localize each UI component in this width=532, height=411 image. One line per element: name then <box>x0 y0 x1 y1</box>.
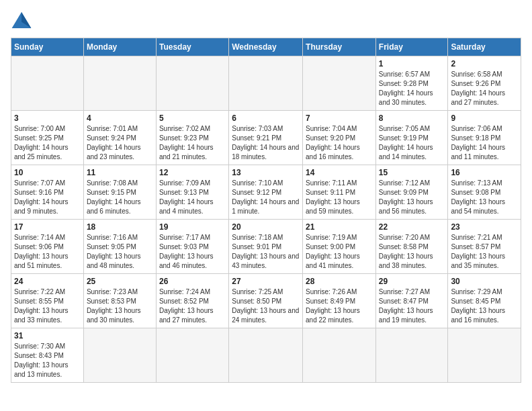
calendar-day-cell: 14Sunrise: 7:11 AM Sunset: 9:11 PM Dayli… <box>303 165 376 220</box>
day-info: Sunrise: 7:23 AM Sunset: 8:53 PM Dayligh… <box>87 287 153 325</box>
day-info: Sunrise: 7:29 AM Sunset: 8:45 PM Dayligh… <box>451 287 518 325</box>
day-number: 5 <box>159 113 226 123</box>
day-info: Sunrise: 6:58 AM Sunset: 9:26 PM Dayligh… <box>451 70 518 107</box>
calendar-table: SundayMondayTuesdayWednesdayThursdayFrid… <box>11 38 521 383</box>
calendar-day-cell: 4Sunrise: 7:01 AM Sunset: 9:24 PM Daylig… <box>83 111 156 165</box>
day-number: 10 <box>14 168 81 177</box>
day-info: Sunrise: 7:02 AM Sunset: 9:23 PM Dayligh… <box>159 124 226 162</box>
day-number: 23 <box>451 222 518 232</box>
weekday-header-row: SundayMondayTuesdayWednesdayThursdayFrid… <box>11 38 521 56</box>
calendar-day-cell: 11Sunrise: 7:08 AM Sunset: 9:15 PM Dayli… <box>83 165 156 220</box>
calendar-day-cell: 13Sunrise: 7:10 AM Sunset: 9:12 PM Dayli… <box>229 165 303 220</box>
day-number: 2 <box>451 59 518 68</box>
day-number: 24 <box>14 277 81 286</box>
calendar-day-cell: 25Sunrise: 7:23 AM Sunset: 8:53 PM Dayli… <box>83 274 156 328</box>
day-number: 9 <box>451 113 518 123</box>
calendar-week-row: 24Sunrise: 7:22 AM Sunset: 8:55 PM Dayli… <box>11 274 521 328</box>
day-number: 30 <box>451 277 518 286</box>
day-info: Sunrise: 7:09 AM Sunset: 9:13 PM Dayligh… <box>159 179 226 216</box>
day-number: 31 <box>14 331 81 340</box>
day-info: Sunrise: 7:19 AM Sunset: 9:00 PM Dayligh… <box>306 233 373 271</box>
calendar-week-row: 3Sunrise: 7:00 AM Sunset: 9:25 PM Daylig… <box>11 111 521 165</box>
day-info: Sunrise: 7:25 AM Sunset: 8:50 PM Dayligh… <box>232 287 300 325</box>
day-info: Sunrise: 7:27 AM Sunset: 8:47 PM Dayligh… <box>379 287 445 325</box>
day-number: 17 <box>14 222 81 232</box>
day-number: 22 <box>379 222 445 232</box>
page-header <box>11 11 521 30</box>
day-number: 11 <box>87 168 153 177</box>
day-number: 1 <box>379 59 445 68</box>
day-number: 25 <box>87 277 153 286</box>
calendar-day-cell: 20Sunrise: 7:18 AM Sunset: 9:01 PM Dayli… <box>229 220 303 274</box>
calendar-day-cell <box>83 328 156 383</box>
calendar-day-cell: 2Sunrise: 6:58 AM Sunset: 9:26 PM Daylig… <box>448 56 521 111</box>
day-number: 3 <box>14 113 81 123</box>
calendar-week-row: 10Sunrise: 7:07 AM Sunset: 9:16 PM Dayli… <box>11 165 521 220</box>
calendar-day-cell: 18Sunrise: 7:16 AM Sunset: 9:05 PM Dayli… <box>83 220 156 274</box>
calendar-day-cell: 31Sunrise: 7:30 AM Sunset: 8:43 PM Dayli… <box>11 328 84 383</box>
day-info: Sunrise: 7:04 AM Sunset: 9:20 PM Dayligh… <box>306 124 373 162</box>
day-info: Sunrise: 7:12 AM Sunset: 9:09 PM Dayligh… <box>379 179 445 216</box>
calendar-day-cell: 24Sunrise: 7:22 AM Sunset: 8:55 PM Dayli… <box>11 274 84 328</box>
day-number: 19 <box>159 222 226 232</box>
logo <box>11 11 35 30</box>
day-number: 27 <box>232 277 300 286</box>
day-number: 15 <box>379 168 445 177</box>
calendar-day-cell <box>156 56 228 111</box>
calendar-day-cell <box>11 56 84 111</box>
day-number: 7 <box>306 113 373 123</box>
calendar-day-cell <box>156 328 228 383</box>
calendar-day-cell: 23Sunrise: 7:21 AM Sunset: 8:57 PM Dayli… <box>448 220 521 274</box>
calendar-day-cell: 30Sunrise: 7:29 AM Sunset: 8:45 PM Dayli… <box>448 274 521 328</box>
weekday-header: Friday <box>375 38 448 56</box>
day-info: Sunrise: 7:20 AM Sunset: 8:58 PM Dayligh… <box>379 233 445 271</box>
calendar-day-cell: 29Sunrise: 7:27 AM Sunset: 8:47 PM Dayli… <box>375 274 448 328</box>
day-info: Sunrise: 6:57 AM Sunset: 9:28 PM Dayligh… <box>379 70 445 107</box>
calendar-day-cell: 1Sunrise: 6:57 AM Sunset: 9:28 PM Daylig… <box>375 56 448 111</box>
calendar-day-cell: 27Sunrise: 7:25 AM Sunset: 8:50 PM Dayli… <box>229 274 303 328</box>
calendar-day-cell: 15Sunrise: 7:12 AM Sunset: 9:09 PM Dayli… <box>375 165 448 220</box>
day-info: Sunrise: 7:22 AM Sunset: 8:55 PM Dayligh… <box>14 287 81 325</box>
calendar-day-cell: 28Sunrise: 7:26 AM Sunset: 8:49 PM Dayli… <box>303 274 376 328</box>
day-info: Sunrise: 7:07 AM Sunset: 9:16 PM Dayligh… <box>14 179 81 216</box>
day-number: 29 <box>379 277 445 286</box>
calendar-day-cell: 17Sunrise: 7:14 AM Sunset: 9:06 PM Dayli… <box>11 220 84 274</box>
logo-icon <box>11 11 32 30</box>
day-info: Sunrise: 7:08 AM Sunset: 9:15 PM Dayligh… <box>87 179 153 216</box>
calendar-day-cell: 10Sunrise: 7:07 AM Sunset: 9:16 PM Dayli… <box>11 165 84 220</box>
day-number: 6 <box>232 113 300 123</box>
calendar-week-row: 31Sunrise: 7:30 AM Sunset: 8:43 PM Dayli… <box>11 328 521 383</box>
calendar-day-cell: 21Sunrise: 7:19 AM Sunset: 9:00 PM Dayli… <box>303 220 376 274</box>
day-number: 28 <box>306 277 373 286</box>
calendar-day-cell <box>83 56 156 111</box>
day-info: Sunrise: 7:00 AM Sunset: 9:25 PM Dayligh… <box>14 124 81 162</box>
calendar-day-cell <box>229 328 303 383</box>
calendar-week-row: 1Sunrise: 6:57 AM Sunset: 9:28 PM Daylig… <box>11 56 521 111</box>
day-number: 21 <box>306 222 373 232</box>
calendar-day-cell <box>375 328 448 383</box>
weekday-header: Wednesday <box>229 38 303 56</box>
calendar-day-cell: 19Sunrise: 7:17 AM Sunset: 9:03 PM Dayli… <box>156 220 228 274</box>
day-number: 20 <box>232 222 300 232</box>
day-number: 8 <box>379 113 445 123</box>
day-info: Sunrise: 7:14 AM Sunset: 9:06 PM Dayligh… <box>14 233 81 271</box>
calendar-day-cell: 3Sunrise: 7:00 AM Sunset: 9:25 PM Daylig… <box>11 111 84 165</box>
calendar-day-cell: 16Sunrise: 7:13 AM Sunset: 9:08 PM Dayli… <box>448 165 521 220</box>
weekday-header: Saturday <box>448 38 521 56</box>
calendar-day-cell <box>229 56 303 111</box>
calendar-day-cell: 12Sunrise: 7:09 AM Sunset: 9:13 PM Dayli… <box>156 165 228 220</box>
day-info: Sunrise: 7:26 AM Sunset: 8:49 PM Dayligh… <box>306 287 373 325</box>
day-number: 14 <box>306 168 373 177</box>
day-number: 12 <box>159 168 226 177</box>
day-number: 13 <box>232 168 300 177</box>
day-info: Sunrise: 7:17 AM Sunset: 9:03 PM Dayligh… <box>159 233 226 271</box>
day-info: Sunrise: 7:24 AM Sunset: 8:52 PM Dayligh… <box>159 287 226 325</box>
day-info: Sunrise: 7:11 AM Sunset: 9:11 PM Dayligh… <box>306 179 373 216</box>
calendar-day-cell <box>303 328 376 383</box>
calendar-day-cell <box>303 56 376 111</box>
calendar-week-row: 17Sunrise: 7:14 AM Sunset: 9:06 PM Dayli… <box>11 220 521 274</box>
day-info: Sunrise: 7:13 AM Sunset: 9:08 PM Dayligh… <box>451 179 518 216</box>
weekday-header: Thursday <box>303 38 376 56</box>
day-info: Sunrise: 7:05 AM Sunset: 9:19 PM Dayligh… <box>379 124 445 162</box>
day-number: 4 <box>87 113 153 123</box>
